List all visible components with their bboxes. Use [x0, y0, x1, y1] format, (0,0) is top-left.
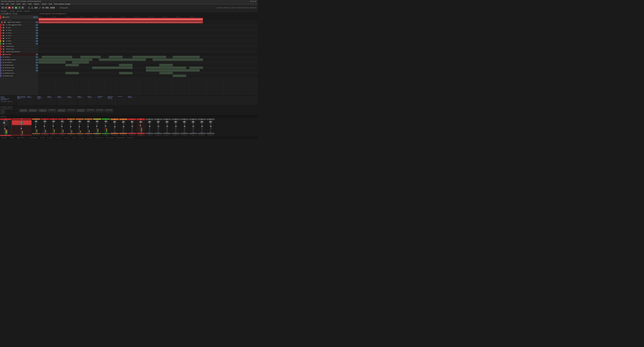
lane-shells[interactable] [38, 50, 258, 53]
track-row-drum-bus[interactable]: M Drum Bus FX [0, 53, 38, 56]
track-fx-kick[interactable]: FX [36, 27, 38, 28]
clip-loft-2[interactable] [72, 61, 89, 63]
ch14-knob[interactable] [139, 121, 142, 123]
fx-kick-3[interactable]: ReaEQ [37, 98, 46, 99]
fx-plugin-master-limit[interactable]: Master Limiter [1, 99, 16, 100]
track-fx-rhythm[interactable]: FX [36, 59, 38, 61]
track-mute-tom1[interactable]: M [3, 32, 4, 34]
clip-bass-5[interactable] [173, 56, 200, 58]
ch10-knob[interactable] [104, 120, 108, 123]
lane-reverb-short[interactable] [38, 45, 258, 48]
lane-kontakt-1[interactable] [38, 18, 258, 21]
ch5-fx-bar[interactable]: FX [58, 118, 66, 120]
ch9-route[interactable]: Route [96, 132, 98, 133]
mixer-ch-8[interactable]: FX center Route Kt. OH 8 [84, 118, 93, 136]
stop2-button[interactable]: ⏹ [22, 6, 24, 9]
ch19-route[interactable]: Route [183, 132, 186, 133]
ch6-route[interactable]: Route [70, 132, 72, 133]
ch7-knob[interactable] [78, 120, 82, 123]
track-row-chorus[interactable]: M 06 Chorus Lead FX [0, 66, 38, 69]
clip-kontakt-1[interactable] [38, 18, 203, 20]
menu-insert[interactable]: Insert [16, 3, 21, 5]
track-mute-final[interactable]: M [3, 70, 4, 71]
mixer-ch-9[interactable]: FX center Route Kt. Mono 9 [93, 118, 102, 136]
fx-mono-2[interactable]: ReaComp [88, 97, 97, 98]
clip-final-1[interactable] [146, 69, 200, 72]
ch4-fader[interactable] [53, 124, 54, 132]
track-fx-tom1[interactable]: FX [36, 32, 38, 34]
ch16-knob[interactable] [157, 121, 160, 123]
ch18-fx-bar[interactable]: FX [172, 118, 180, 120]
lane-tom1[interactable] [38, 31, 258, 34]
ch21-fader-knob[interactable] [201, 126, 203, 127]
track-row-rhythm[interactable]: M 03 Rhythm Guitars FX [0, 58, 38, 61]
ch18-route[interactable]: Route [174, 132, 177, 133]
ch17-fx-bar[interactable]: FX [163, 118, 171, 120]
ch22-fader-knob[interactable] [210, 126, 212, 127]
track-mute-kick[interactable]: M [3, 27, 4, 28]
track-fx-bass[interactable]: FX [36, 56, 38, 58]
record-button[interactable]: ⏺ [12, 6, 14, 9]
mixer-ch-15[interactable]: FX Route 02 Bass 15 [145, 118, 154, 136]
track-mute-shells[interactable]: M [3, 51, 4, 53]
track-io-kontakt[interactable]: I/O [36, 16, 38, 18]
rewind-button[interactable]: ⏮ [1, 6, 4, 9]
lane-bass-drop[interactable] [38, 74, 258, 77]
track-rec-reverb-short[interactable] [1, 46, 2, 47]
lane-oh[interactable] [38, 37, 258, 39]
ch16-fader[interactable] [158, 124, 159, 132]
clip-bass-2[interactable] [80, 56, 100, 58]
ch4-route[interactable]: Route [52, 132, 55, 133]
ch12-fx-bar[interactable]: FX [119, 118, 128, 120]
track-rec-ggd[interactable] [1, 24, 2, 26]
menu-track[interactable]: Track [27, 3, 32, 5]
mixer-ch-22[interactable]: FX Route 09 Bass Drop 22 [206, 118, 215, 136]
track-mute-reverb-long[interactable]: M [3, 48, 4, 50]
track-mute-chorus[interactable]: M [3, 67, 4, 69]
fx-oh-2[interactable]: ReaComp [78, 97, 87, 98]
clip-break-drums-2[interactable] [119, 72, 132, 74]
clip-chorus-3[interactable] [190, 66, 203, 69]
tool-cursor[interactable]: ↖ [1, 13, 3, 15]
ch14-fader[interactable] [140, 124, 141, 132]
track-fx-tom2[interactable]: FX [36, 35, 38, 36]
ch3-route[interactable]: Route [44, 132, 46, 133]
ch3-fx-bar[interactable]: FX [41, 118, 49, 120]
ch20-fader[interactable] [193, 124, 194, 132]
clip-bass-3[interactable] [109, 56, 122, 58]
lane-mono[interactable] [38, 39, 258, 42]
ch15-fader[interactable] [149, 124, 150, 132]
ch16-route[interactable]: Route [157, 132, 160, 133]
mixer-master-channel[interactable]: FX MASTER center 0.00dB [0, 118, 12, 136]
play-button[interactable]: ▶ [15, 6, 18, 9]
ch12-fader-knob[interactable] [123, 126, 124, 127]
mixer-ch-7[interactable]: FX center Route Kt. Tom 2 7 [76, 118, 84, 136]
track-rec-tom2[interactable] [1, 35, 2, 36]
ch2-fader[interactable] [35, 124, 36, 132]
clip-break-drums-1[interactable] [66, 72, 79, 74]
ch18-knob[interactable] [174, 121, 178, 123]
ch21-route[interactable]: Route [200, 132, 203, 133]
master-knob[interactable] [3, 121, 6, 124]
menu-item[interactable]: Item [22, 3, 26, 5]
menu-time-selection[interactable]: [Time selection change] [54, 3, 71, 5]
lane-break-lead[interactable] [38, 64, 258, 66]
ch19-knob[interactable] [183, 121, 186, 123]
track-mute-bass[interactable]: M [3, 56, 4, 58]
clip-bass-1[interactable] [42, 56, 72, 58]
ch16-fx-bar[interactable]: FX [154, 118, 162, 120]
track-rec-kick[interactable] [1, 27, 2, 28]
track-fx-oh[interactable]: FX [36, 37, 38, 39]
track-row-room[interactable]: M Kt. Room FX [0, 42, 38, 45]
track-mute-break-drums[interactable]: M [3, 72, 4, 74]
lane-break-drums[interactable] [38, 72, 258, 74]
ch20-fader-knob[interactable] [192, 126, 194, 127]
ch20-route[interactable]: Route [192, 132, 194, 133]
ch18-fader-knob[interactable] [175, 126, 177, 127]
clip-bass-drop-1[interactable] [173, 75, 186, 77]
lane-chorus[interactable] [38, 66, 258, 69]
fx-drumbus-2[interactable]: ReaComp [128, 97, 137, 98]
ch2-knob[interactable] [34, 120, 38, 123]
ch15-fader-knob[interactable] [149, 126, 150, 127]
ch8-knob[interactable] [87, 120, 90, 123]
